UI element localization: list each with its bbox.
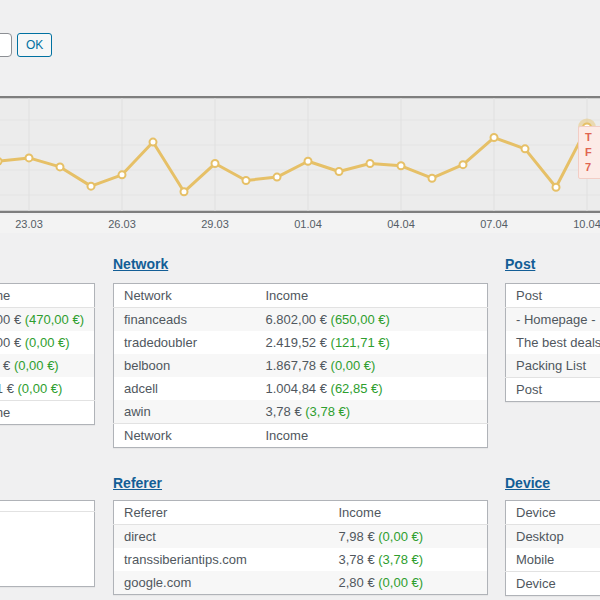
table-row: google.com2,80 € (0,00 €) (114, 571, 488, 595)
table-cell: direct (114, 525, 329, 549)
section-heading-post: Post (505, 255, 535, 273)
table-cell: financeads (114, 308, 256, 332)
table-cell: belboon (114, 354, 256, 377)
referer-link[interactable]: Referer (113, 475, 162, 491)
table-cell: 91 € (0,00 €) (0, 354, 95, 377)
income-value: 1.867,78 € (266, 358, 331, 373)
column-header: Income (256, 284, 488, 308)
footer-row: Device (506, 572, 600, 596)
blank_cut-stats-table (0, 500, 95, 587)
income-delta: (62,85 €) (331, 381, 383, 396)
data-point-29.03[interactable] (212, 160, 219, 167)
header-row: Post (506, 284, 600, 308)
table-cell: transsiberiantips.com (114, 548, 329, 571)
column-header: Post (506, 378, 600, 402)
column-header: Income (256, 424, 488, 448)
column-header (0, 501, 95, 512)
income-delta: (0,00 €) (14, 358, 59, 373)
data-point-25.03[interactable] (88, 183, 95, 190)
table-cell: 1.004,84 € (62,85 €) (256, 377, 488, 400)
column-header: Network (114, 424, 256, 448)
table-cell: 0,00 € (470,00 €) (0, 308, 95, 332)
table-row: adcell1.004,84 € (62,85 €) (114, 377, 488, 400)
x-tick-label: 04.04 (387, 218, 415, 230)
blank-table-cut-left (0, 500, 95, 587)
table-cell: adcell (114, 377, 256, 400)
data-point-31.03[interactable] (274, 174, 281, 181)
income-value: 6.802,00 € (266, 312, 331, 327)
data-point-04.04[interactable] (398, 162, 405, 169)
table-cell: 6.802,00 € (650,00 €) (256, 308, 488, 332)
data-point-09.04[interactable] (553, 184, 560, 191)
column-header: Device (506, 572, 600, 596)
data-point-05.04[interactable] (429, 175, 436, 182)
income-value: 7,98 € (339, 529, 379, 544)
chart-plot-area[interactable] (0, 98, 600, 211)
header-row: RefererIncome (114, 501, 488, 525)
income-delta: (0,00 €) (378, 575, 423, 590)
header-row: NetworkIncome (114, 284, 488, 308)
data-point-01.04[interactable] (305, 158, 312, 165)
network-stats-table: NetworkIncomefinanceads6.802,00 € (650,0… (113, 283, 488, 448)
date-range-input[interactable] (0, 33, 12, 57)
data-point-28.03[interactable] (181, 188, 188, 195)
network-table: NetworkIncomefinanceads6.802,00 € (650,0… (113, 283, 488, 448)
income-value: 3,78 € (339, 552, 379, 567)
table-cell: tradedoubler (114, 331, 256, 354)
chart-tooltip: T F 7 (578, 126, 600, 179)
data-point-22.03[interactable] (0, 158, 2, 165)
data-point-26.03[interactable] (119, 171, 126, 178)
header-row: Device (506, 501, 600, 525)
table-row: 91 € (0,00 €) (0, 354, 95, 377)
income-line-chart[interactable] (0, 96, 600, 213)
income-series-line (0, 127, 587, 191)
table-cell: Desktop (506, 525, 600, 549)
table-cell: google.com (114, 571, 329, 595)
table-row: belboon1.867,78 € (0,00 €) (114, 354, 488, 377)
dashboard-screen: OK 23.0326.0329.0301.0404.0407.0410.04 T… (0, 0, 600, 600)
table-row: 5,00 € (0,00 €) (0, 331, 95, 354)
column-header: Income (329, 501, 488, 525)
table-cell: 7,98 € (0,00 €) (329, 525, 488, 549)
header-row: ome (0, 284, 95, 308)
data-point-03.04[interactable] (367, 160, 374, 167)
table-cell (0, 512, 95, 587)
column-header: Post (506, 284, 600, 308)
footer-row: Post (506, 378, 600, 402)
income_cut-stats-table: ome0,00 € (470,00 €)5,00 € (0,00 €)91 € … (0, 283, 95, 425)
post-link[interactable]: Post (505, 256, 535, 272)
referer-table: RefererIncomedirect7,98 € (0,00 €)transs… (113, 500, 488, 595)
table-cell: 3,78 € (3,78 €) (329, 548, 488, 571)
income-delta: (0,00 €) (331, 358, 376, 373)
x-tick-label: 26.03 (108, 218, 136, 230)
tooltip-line-1: T (585, 130, 600, 145)
data-point-23.03[interactable] (26, 154, 33, 161)
device-link[interactable]: Device (505, 475, 550, 491)
table-cell: ,51 € (0,00 €) (0, 377, 95, 401)
data-point-08.04[interactable] (522, 145, 529, 152)
table-row: tradedoubler2.419,52 € (121,71 €) (114, 331, 488, 354)
data-point-27.03[interactable] (150, 139, 157, 146)
chart-x-axis: 23.0326.0329.0301.0404.0407.0410.04 (0, 215, 600, 233)
income-delta: (121,71 €) (331, 335, 390, 350)
header-row (0, 501, 95, 512)
table-row: - Homepage - (506, 308, 600, 332)
table-cell: Packing List (506, 354, 600, 378)
income-delta: (0,00 €) (378, 529, 423, 544)
data-point-07.04[interactable] (491, 134, 498, 141)
table-row: direct7,98 € (0,00 €) (114, 525, 488, 549)
income-delta: (0,00 €) (18, 381, 63, 396)
data-point-02.04[interactable] (336, 168, 343, 175)
tooltip-line-3: 7 (585, 160, 600, 175)
post-stats-table: Post- Homepage -The best deals in MaPack… (505, 283, 600, 402)
section-heading-referer: Referer (113, 474, 162, 492)
income-value: 91 € (0, 358, 14, 373)
income-value: 1.004,84 € (266, 381, 331, 396)
data-point-06.04[interactable] (460, 161, 467, 168)
x-tick-label: 01.04 (294, 218, 322, 230)
data-point-30.03[interactable] (243, 177, 250, 184)
table-row: ,51 € (0,00 €) (0, 377, 95, 401)
ok-button[interactable]: OK (17, 33, 52, 57)
data-point-24.03[interactable] (57, 163, 64, 170)
network-link[interactable]: Network (113, 256, 168, 272)
